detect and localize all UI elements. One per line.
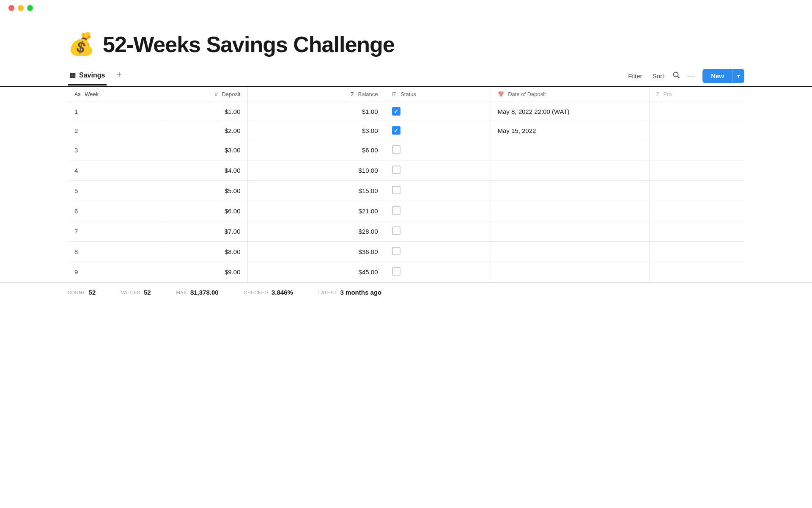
cell-balance[interactable]: $3.00: [247, 121, 385, 140]
col-header-pro[interactable]: Σ Pro: [649, 87, 744, 102]
col-header-week[interactable]: Aa Week: [68, 87, 163, 102]
cell-deposit[interactable]: $1.00: [163, 102, 247, 121]
checkbox-unchecked[interactable]: [392, 247, 401, 255]
svg-line-1: [678, 76, 680, 78]
cell-date[interactable]: [491, 221, 649, 242]
cell-deposit[interactable]: $7.00: [163, 221, 247, 242]
cell-week[interactable]: 4: [68, 160, 163, 181]
table-row: 5$5.00$15.00: [68, 181, 744, 201]
table-header-row: Aa Week # Deposit Σ Balance ☑ Status 📅: [68, 87, 744, 102]
latest-value: 3 months ago: [340, 289, 382, 296]
cell-status[interactable]: [385, 160, 491, 181]
cell-balance[interactable]: $6.00: [247, 140, 385, 160]
cell-status[interactable]: [385, 121, 491, 140]
cell-pro: [649, 181, 744, 201]
checkbox-unchecked[interactable]: [392, 206, 401, 215]
checkbox-unchecked[interactable]: [392, 166, 401, 174]
max-label: MAX: [176, 290, 187, 295]
cell-date[interactable]: [491, 140, 649, 160]
cell-week[interactable]: 1: [68, 102, 163, 121]
cell-week[interactable]: 8: [68, 242, 163, 262]
checkbox-checked[interactable]: [392, 126, 401, 135]
cell-status[interactable]: [385, 262, 491, 282]
new-dropdown-button[interactable]: ▾: [732, 69, 744, 83]
col-header-date[interactable]: 📅 Date of Deposit: [491, 87, 649, 102]
cell-balance[interactable]: $28.00: [247, 221, 385, 242]
max-value: $1,378.00: [190, 289, 219, 296]
traffic-lights: [8, 5, 33, 11]
table-body: 1$1.00$1.00May 8, 2022 22:00 (WAT)2$2.00…: [68, 102, 744, 282]
col-header-balance[interactable]: Σ Balance: [247, 87, 385, 102]
filter-button[interactable]: Filter: [626, 70, 644, 82]
cell-balance[interactable]: $10.00: [247, 160, 385, 181]
cell-week[interactable]: 6: [68, 201, 163, 221]
savings-table: Aa Week # Deposit Σ Balance ☑ Status 📅: [68, 87, 744, 282]
cell-date[interactable]: [491, 181, 649, 201]
tab-savings[interactable]: ▦ Savings: [68, 67, 107, 86]
sort-button[interactable]: Sort: [651, 70, 666, 82]
table-row: 7$7.00$28.00: [68, 221, 744, 242]
close-button[interactable]: [8, 5, 14, 11]
cell-deposit[interactable]: $6.00: [163, 201, 247, 221]
more-button[interactable]: ···: [687, 72, 696, 80]
footer-values: VALUES 52: [121, 289, 151, 296]
cell-week[interactable]: 7: [68, 221, 163, 242]
date-col-label: Date of Deposit: [508, 91, 546, 97]
cell-week[interactable]: 5: [68, 181, 163, 201]
cell-date[interactable]: [491, 201, 649, 221]
cell-deposit[interactable]: $2.00: [163, 121, 247, 140]
balance-col-label: Balance: [358, 91, 378, 97]
cell-date[interactable]: May 8, 2022 22:00 (WAT): [491, 102, 649, 121]
checkbox-unchecked[interactable]: [392, 226, 401, 235]
week-col-icon: Aa: [74, 91, 81, 97]
maximize-button[interactable]: [27, 5, 33, 11]
checkbox-checked[interactable]: [392, 107, 401, 116]
cell-pro: [649, 121, 744, 140]
cell-deposit[interactable]: $5.00: [163, 181, 247, 201]
cell-balance[interactable]: $1.00: [247, 102, 385, 121]
cell-status[interactable]: [385, 242, 491, 262]
cell-status[interactable]: [385, 201, 491, 221]
checkbox-unchecked[interactable]: [392, 267, 401, 276]
checkbox-unchecked[interactable]: [392, 186, 401, 194]
col-header-status[interactable]: ☑ Status: [385, 87, 491, 102]
cell-deposit[interactable]: $8.00: [163, 242, 247, 262]
cell-status[interactable]: [385, 102, 491, 121]
cell-status[interactable]: [385, 181, 491, 201]
cell-status[interactable]: [385, 140, 491, 160]
cell-balance[interactable]: $15.00: [247, 181, 385, 201]
cell-pro: [649, 102, 744, 121]
count-label: COUNT: [68, 290, 85, 295]
col-header-deposit[interactable]: # Deposit: [163, 87, 247, 102]
page-icon: 💰: [68, 31, 95, 57]
cell-balance[interactable]: $21.00: [247, 201, 385, 221]
cell-date[interactable]: [491, 262, 649, 282]
cell-deposit[interactable]: $3.00: [163, 140, 247, 160]
cell-week[interactable]: 9: [68, 262, 163, 282]
cell-date[interactable]: [491, 242, 649, 262]
pro-col-icon: Σ: [656, 91, 659, 97]
table-footer: COUNT 52 VALUES 52 MAX $1,378.00 CHECKED…: [0, 282, 812, 302]
cell-status[interactable]: [385, 221, 491, 242]
checkbox-unchecked[interactable]: [392, 145, 401, 154]
tab-add-button[interactable]: +: [113, 66, 125, 86]
table-row: 2$2.00$3.00May 15, 2022: [68, 121, 744, 140]
date-col-icon: 📅: [498, 91, 504, 97]
minimize-button[interactable]: [18, 5, 24, 11]
cell-deposit[interactable]: $9.00: [163, 262, 247, 282]
svg-point-0: [674, 72, 678, 77]
cell-date[interactable]: [491, 160, 649, 181]
cell-balance[interactable]: $36.00: [247, 242, 385, 262]
cell-deposit[interactable]: $4.00: [163, 160, 247, 181]
latest-label: LATEST: [318, 290, 337, 295]
checked-label: CHECKED: [244, 290, 268, 295]
checked-value: 3.846%: [272, 289, 293, 296]
cell-week[interactable]: 3: [68, 140, 163, 160]
cell-week[interactable]: 2: [68, 121, 163, 140]
table-row: 3$3.00$6.00: [68, 140, 744, 160]
search-button[interactable]: [672, 71, 680, 81]
cell-date[interactable]: May 15, 2022: [491, 121, 649, 140]
new-button[interactable]: New: [702, 69, 732, 83]
status-col-label: Status: [401, 91, 416, 97]
cell-balance[interactable]: $45.00: [247, 262, 385, 282]
